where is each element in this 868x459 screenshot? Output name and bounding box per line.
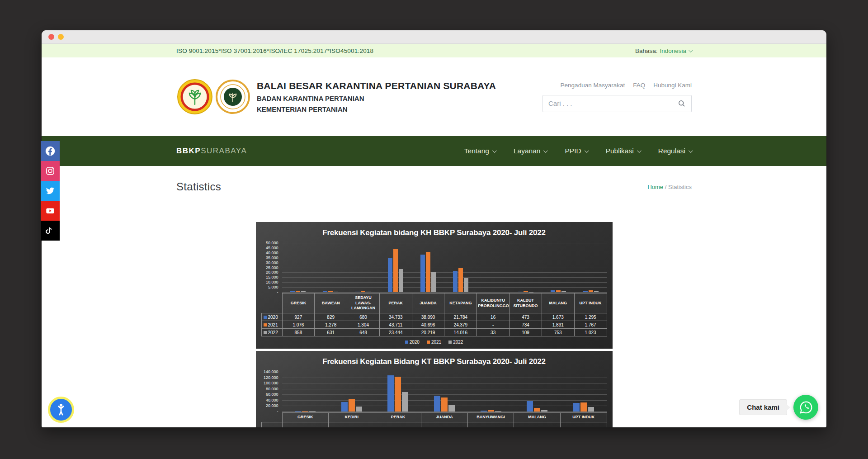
y-axis-labels: 140.000120.000100.00080.00060.00040.0002… bbox=[261, 372, 282, 412]
bar-2021 bbox=[488, 410, 494, 412]
y-axis-labels: 50.00045.00040.00035.00030.00025.00020.0… bbox=[261, 243, 282, 292]
table-cell: 648 bbox=[347, 329, 380, 336]
navbar-brand[interactable]: BBKPSURABAYA bbox=[176, 147, 247, 156]
menu-item-regulasi[interactable]: Regulasi bbox=[658, 147, 692, 155]
breadcrumb-current: Statistics bbox=[668, 184, 692, 190]
chat-bubble[interactable]: Chat kami bbox=[739, 399, 787, 415]
link-faq[interactable]: FAQ bbox=[633, 82, 645, 89]
bar-2022 bbox=[309, 411, 316, 412]
link-pengaduan-masyarakat[interactable]: Pengaduan Masyarakat bbox=[561, 82, 625, 89]
bar-2020 bbox=[518, 292, 523, 292]
chart-title: Frekuensi Kegiatan bidang KH BBKP Suraba… bbox=[261, 227, 607, 243]
facebook-icon[interactable] bbox=[41, 141, 60, 161]
legend-swatch bbox=[405, 341, 408, 344]
search-box[interactable] bbox=[542, 95, 692, 112]
iso-topbar: ISO 9001:2015*ISO 37001:2016*ISO/IEC 170… bbox=[42, 44, 826, 57]
bar-group-bawean bbox=[314, 243, 347, 292]
table-cell: 1.767 bbox=[574, 321, 607, 329]
chevron-down-icon bbox=[585, 148, 589, 153]
language-value[interactable]: Indonesia bbox=[660, 47, 686, 54]
language-selector[interactable]: Bahasa: Indonesia bbox=[635, 47, 692, 54]
table-cell bbox=[467, 422, 514, 427]
window-minimize-button[interactable] bbox=[58, 34, 64, 40]
tiktok-icon[interactable] bbox=[41, 221, 60, 241]
menu-item-ppid[interactable]: PPID bbox=[565, 147, 587, 155]
table-cell bbox=[514, 422, 561, 427]
whatsapp-icon bbox=[798, 400, 814, 415]
language-label: Bahasa: bbox=[635, 47, 658, 54]
instagram-icon[interactable] bbox=[41, 161, 60, 181]
window-zoom-button[interactable] bbox=[67, 34, 73, 40]
y-axis-tick: 140.000 bbox=[264, 369, 278, 374]
table-column-header: PERAK bbox=[379, 293, 412, 313]
bar-group-perak bbox=[379, 243, 412, 292]
bar-group-gresik bbox=[282, 243, 315, 292]
breadcrumb-separator: / bbox=[665, 184, 667, 190]
y-axis-tick: 30.000 bbox=[266, 260, 278, 265]
bar-2021 bbox=[458, 268, 463, 292]
window-close-button[interactable] bbox=[48, 34, 54, 40]
bar-group-gresik bbox=[282, 372, 329, 412]
search-input[interactable] bbox=[548, 99, 674, 107]
tiktok-glyph bbox=[45, 226, 55, 236]
twitter-icon[interactable] bbox=[41, 181, 60, 201]
menu-item-layanan[interactable]: Layanan bbox=[514, 147, 547, 155]
table-cell bbox=[560, 422, 607, 427]
y-axis-tick: - bbox=[277, 290, 278, 294]
chevron-down-icon bbox=[689, 148, 693, 153]
table-cell: 1.278 bbox=[315, 321, 347, 329]
table-column-header: BANYUWANGI bbox=[467, 413, 514, 422]
table-cell: 38.090 bbox=[412, 313, 444, 321]
table-cell: 33 bbox=[477, 329, 509, 336]
y-axis-tick: 80.000 bbox=[266, 387, 278, 391]
bar-2022 bbox=[334, 292, 338, 292]
y-axis-tick: 100.000 bbox=[264, 381, 278, 385]
table-cell: 43.711 bbox=[379, 321, 412, 329]
legend-swatch bbox=[264, 316, 267, 319]
table-row-header: 2021 bbox=[261, 321, 282, 329]
chart-data-table: GRESIKKEDIRIPERAKJUANDABANYUWANGIMALANGU… bbox=[261, 412, 607, 427]
chevron-down-icon bbox=[492, 148, 497, 153]
table-cell: 1.023 bbox=[574, 329, 607, 336]
browser-window: ISO 9001:2015*ISO 37001:2016*ISO/IEC 170… bbox=[42, 30, 826, 427]
site-subtitle-1: BADAN KARANTINA PERTANIAN bbox=[257, 95, 496, 102]
chevron-down-icon bbox=[637, 148, 642, 153]
table-row bbox=[261, 422, 607, 427]
table-cell: 1.076 bbox=[282, 321, 315, 329]
bar-2020 bbox=[323, 291, 327, 292]
bar-2021 bbox=[328, 291, 333, 292]
iso-certifications-text: ISO 9001:2015*ISO 37001:2016*ISO/IEC 170… bbox=[176, 47, 373, 54]
site-header: BALAI BESAR KARANTINA PERTANIAN SURABAYA… bbox=[42, 57, 826, 136]
bar-2020 bbox=[290, 291, 295, 292]
table-column-header: GRESIK bbox=[282, 293, 315, 313]
youtube-glyph bbox=[45, 206, 55, 216]
bar-2020 bbox=[420, 255, 425, 292]
y-axis-tick: 20.000 bbox=[266, 403, 278, 408]
table-cell: 829 bbox=[315, 313, 347, 321]
breadcrumb-home-link[interactable]: Home bbox=[647, 184, 663, 190]
table-corner-cell bbox=[261, 413, 282, 422]
table-cell: 16 bbox=[477, 313, 509, 321]
y-axis-tick: 5.000 bbox=[268, 285, 278, 289]
table-cell: 1.295 bbox=[574, 313, 607, 321]
accessibility-person-icon bbox=[54, 402, 68, 417]
bar-2021 bbox=[349, 399, 355, 412]
table-cell: 734 bbox=[509, 321, 542, 329]
bar-2021 bbox=[395, 377, 401, 412]
search-icon[interactable] bbox=[678, 99, 686, 108]
table-cell bbox=[282, 422, 329, 427]
table-row-header: 2020 bbox=[261, 313, 282, 321]
bar-group-kalibuntu-probolinggo bbox=[477, 243, 509, 292]
menu-item-tentang[interactable]: Tentang bbox=[464, 147, 495, 155]
bar-2021 bbox=[393, 249, 398, 292]
bar-2020 bbox=[481, 411, 487, 412]
youtube-icon[interactable] bbox=[41, 201, 60, 221]
whatsapp-button[interactable] bbox=[793, 395, 818, 420]
link-hubungi-kami[interactable]: Hubungi Kami bbox=[653, 82, 692, 89]
navbar-brand-light: SURABAYA bbox=[201, 147, 247, 155]
social-sidebar bbox=[41, 141, 60, 241]
bar-2021 bbox=[296, 291, 300, 292]
menu-item-publikasi[interactable]: Publikasi bbox=[606, 147, 640, 155]
bar-2020 bbox=[583, 291, 588, 292]
accessibility-button[interactable] bbox=[48, 397, 74, 423]
